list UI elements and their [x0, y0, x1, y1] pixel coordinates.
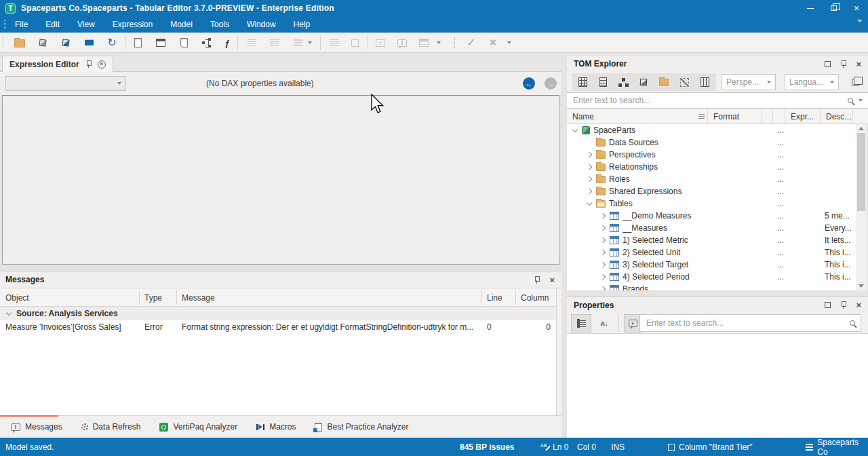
column-header-object[interactable]: Object [0, 288, 139, 307]
tab-vertipaq-analyzer[interactable]: VertiPaq Analyzer [150, 416, 247, 438]
format-ellipsis[interactable]: ... [777, 161, 784, 173]
form-view-dropdown[interactable] [434, 35, 443, 51]
group-actions-dropdown[interactable] [305, 35, 315, 51]
align-center-button[interactable] [326, 35, 343, 51]
chevron-collapsed-icon[interactable] [600, 238, 606, 243]
tree-row-measures[interactable]: __Measures ... Every... [567, 222, 856, 234]
tab-best-practice-analyzer[interactable]: Best Practice Analyzer [305, 416, 418, 438]
show-hidden-button[interactable] [674, 73, 694, 91]
chevron-collapsed-icon[interactable] [600, 262, 606, 267]
minimize-button[interactable] [799, 0, 822, 16]
move-into-button[interactable] [346, 35, 363, 51]
format-ellipsis[interactable]: ... [777, 271, 784, 283]
show-columns-button[interactable] [593, 73, 613, 91]
chevron-collapsed-icon[interactable] [600, 286, 606, 290]
format-dax-button[interactable]: ƒ [218, 35, 236, 51]
perspective-select[interactable]: Perspe... [722, 74, 776, 90]
tree-row-selected-metric[interactable]: 1) Selected Metric ... It lets... [567, 234, 856, 246]
chevron-expanded-icon[interactable] [572, 126, 578, 132]
format-ellipsis[interactable]: ... [777, 197, 784, 210]
form-view-button[interactable] [415, 35, 433, 51]
tree-row-demo-measures[interactable]: __Demo Measures ... 5 me... [567, 210, 856, 222]
column-header-format[interactable]: Format [708, 109, 762, 124]
format-ellipsis[interactable]: ... [777, 136, 784, 149]
column-header-blank2[interactable] [773, 109, 785, 124]
tab-messages[interactable]: ! Messages [0, 416, 72, 438]
column-header-name[interactable]: Name [567, 109, 708, 124]
tree-row-shared-expressions[interactable]: Shared Expressions ... [567, 185, 856, 197]
save-all-button[interactable] [80, 35, 98, 51]
chevron-collapsed-icon[interactable] [600, 213, 606, 218]
restore-button[interactable] [822, 0, 845, 16]
message-row[interactable]: Measure 'Invoices'[Gross Sales] Error Fo… [0, 320, 556, 334]
format-ellipsis[interactable]: ... [777, 234, 784, 246]
indent-button[interactable] [243, 35, 260, 51]
navigate-back-button[interactable]: ← [523, 77, 535, 90]
dax-property-combobox[interactable] [5, 76, 126, 91]
tree-row-perspectives[interactable]: Perspectives ... [567, 149, 856, 161]
tree-row-roles[interactable]: Roles ... [567, 173, 856, 185]
accept-dropdown[interactable] [505, 35, 514, 51]
status-bp-issues[interactable]: 845 BP issues [460, 438, 515, 456]
menu-overflow-button[interactable] [857, 22, 863, 32]
format-ellipsis[interactable]: ... [777, 149, 784, 161]
chevron-down-icon[interactable] [859, 99, 863, 102]
tree-row-tables[interactable]: Tables ... [567, 197, 856, 210]
outdent-button[interactable] [266, 35, 283, 51]
close-panel-button[interactable]: × [549, 276, 555, 284]
format-ellipsis[interactable]: ... [777, 222, 784, 234]
expression-box-button[interactable]: X [372, 35, 389, 51]
maximize-panel-icon[interactable] [825, 302, 831, 308]
format-ellipsis[interactable]: ... [777, 259, 784, 271]
menu-help[interactable]: Help [285, 16, 319, 33]
categorized-view-button[interactable] [571, 314, 591, 332]
accept-button[interactable]: ✓ [462, 35, 480, 51]
refresh-button[interactable]: ↻ [103, 35, 121, 51]
messages-group-row[interactable]: Source: Analysis Services [0, 307, 556, 320]
search-icon[interactable] [848, 98, 853, 103]
toolbar-grip-handle[interactable] [3, 37, 5, 48]
scroll-down-icon[interactable] [859, 284, 864, 288]
tom-search-input[interactable] [567, 96, 848, 105]
show-hierarchies-button[interactable] [613, 73, 633, 91]
chevron-collapsed-icon[interactable] [587, 176, 592, 182]
expression-editor-canvas[interactable] [2, 95, 559, 265]
language-select[interactable]: Langua... [785, 74, 839, 90]
tree-row-spaceparts[interactable]: SpaceParts ... [567, 124, 856, 136]
show-folders-button[interactable] [654, 73, 674, 91]
properties-search-input[interactable] [640, 318, 850, 328]
tom-tree-scrollbar[interactable] [856, 124, 867, 290]
open-model-button[interactable] [11, 35, 28, 51]
close-button[interactable]: × [845, 0, 868, 16]
chevron-collapsed-icon[interactable] [600, 250, 606, 255]
menu-window[interactable]: Window [238, 16, 285, 33]
pin-icon[interactable] [840, 60, 846, 68]
show-column-view-button[interactable] [694, 73, 715, 91]
tab-data-refresh[interactable]: Data Refresh [72, 416, 151, 438]
pin-icon[interactable] [840, 301, 846, 309]
tree-row-selected-target[interactable]: 3) Selected Target ... This i... [567, 259, 856, 271]
close-tab-button[interactable]: × [98, 60, 106, 69]
clone-window-button[interactable] [845, 73, 865, 91]
search-icon[interactable] [850, 320, 855, 326]
show-measures-button[interactable] [572, 73, 593, 91]
scroll-up-icon[interactable] [859, 127, 864, 130]
tab-expression-editor[interactable]: Expression Editor × [2, 56, 113, 72]
format-ellipsis[interactable]: ... [777, 246, 784, 259]
tree-row-selected-period[interactable]: 4) Selected Period ... This i... [567, 271, 856, 283]
chevron-collapsed-icon[interactable] [587, 164, 592, 170]
pin-icon[interactable] [534, 276, 540, 284]
navigate-forward-button[interactable]: → [545, 77, 557, 90]
hierarchy-view-button[interactable] [198, 35, 216, 51]
close-panel-button[interactable]: × [856, 60, 861, 69]
warnings-button[interactable]: ! [393, 35, 411, 51]
column-header-expression[interactable]: Expr... [785, 109, 821, 124]
tree-row-relationships[interactable]: Relationships ... [567, 161, 856, 173]
column-header-blank1[interactable] [762, 109, 773, 124]
deploy-model-button[interactable] [34, 35, 52, 51]
menu-edit[interactable]: Edit [37, 16, 68, 33]
tree-row-brands[interactable]: Brands [567, 283, 856, 290]
column-header-line[interactable]: Line [481, 288, 515, 307]
tree-row-data-sources[interactable]: Data Sources ... [567, 136, 856, 149]
format-ellipsis[interactable]: ... [777, 210, 784, 222]
